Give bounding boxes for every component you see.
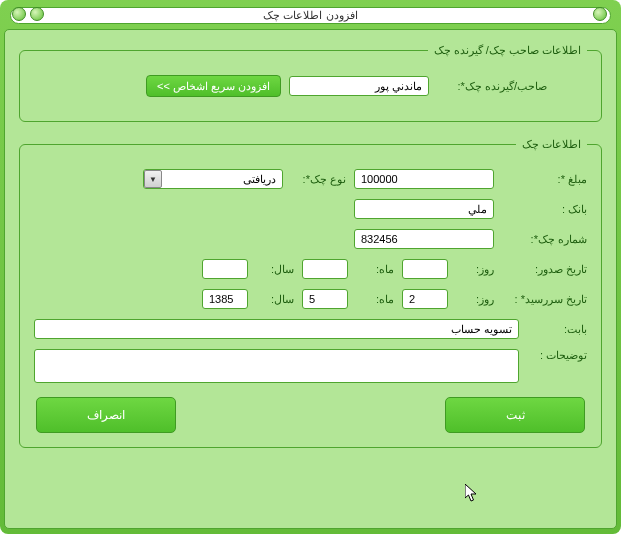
cheque-no-label: شماره چک*: — [502, 233, 587, 246]
type-select[interactable]: ▼ — [143, 169, 283, 189]
notes-textarea[interactable] — [34, 349, 519, 383]
issue-year-label: سال: — [256, 263, 294, 276]
due-month-label: ماه: — [356, 293, 394, 306]
due-day-input[interactable] — [402, 289, 448, 309]
owner-input[interactable] — [289, 76, 429, 96]
issue-day-label: روز: — [456, 263, 494, 276]
due-year-label: سال: — [256, 293, 294, 306]
owner-group: اطلاعات صاحب چک/ گیرنده چک صاحب/گیرنده چ… — [19, 44, 602, 122]
due-date-label: تاریخ سررسید* : — [502, 293, 587, 306]
issue-date-label: تاریخ صدور: — [502, 263, 587, 276]
minimize-icon[interactable] — [12, 7, 26, 21]
bank-label: بانک : — [502, 203, 587, 216]
due-month-input[interactable] — [302, 289, 348, 309]
cheque-no-input[interactable] — [354, 229, 494, 249]
window: افزودن اطلاعات چک اطلاعات صاحب چک/ گیرند… — [0, 0, 621, 534]
due-day-label: روز: — [456, 293, 494, 306]
issue-year-input[interactable] — [202, 259, 248, 279]
issue-month-input[interactable] — [302, 259, 348, 279]
cheque-group-legend: اطلاعات چک — [516, 138, 587, 151]
bank-input[interactable] — [354, 199, 494, 219]
for-input[interactable] — [34, 319, 519, 339]
issue-day-input[interactable] — [402, 259, 448, 279]
amount-label: مبلغ *: — [502, 173, 587, 186]
cheque-group: اطلاعات چک مبلغ *: نوع چک*: ▼ بانک : شما… — [19, 138, 602, 448]
titlebar: افزودن اطلاعات چک — [4, 4, 617, 26]
submit-button[interactable]: ثبت — [445, 397, 585, 433]
notes-label: توضیحات : — [527, 349, 587, 362]
chevron-down-icon[interactable]: ▼ — [144, 170, 162, 188]
for-label: بابت: — [527, 323, 587, 336]
window-title: افزودن اطلاعات چک — [10, 7, 611, 24]
owner-label: صاحب/گیرنده چک*: — [437, 80, 547, 93]
issue-month-label: ماه: — [356, 263, 394, 276]
client-area: اطلاعات صاحب چک/ گیرنده چک صاحب/گیرنده چ… — [4, 29, 617, 529]
due-year-input[interactable] — [202, 289, 248, 309]
amount-input[interactable] — [354, 169, 494, 189]
type-select-value[interactable] — [143, 169, 283, 189]
window-button[interactable] — [593, 7, 607, 21]
cancel-button[interactable]: انصراف — [36, 397, 176, 433]
type-label: نوع چک*: — [291, 173, 346, 186]
close-icon[interactable] — [30, 7, 44, 21]
owner-group-legend: اطلاعات صاحب چک/ گیرنده چک — [428, 44, 587, 57]
quick-add-person-button[interactable]: افزودن سریع اشخاص >> — [146, 75, 281, 97]
